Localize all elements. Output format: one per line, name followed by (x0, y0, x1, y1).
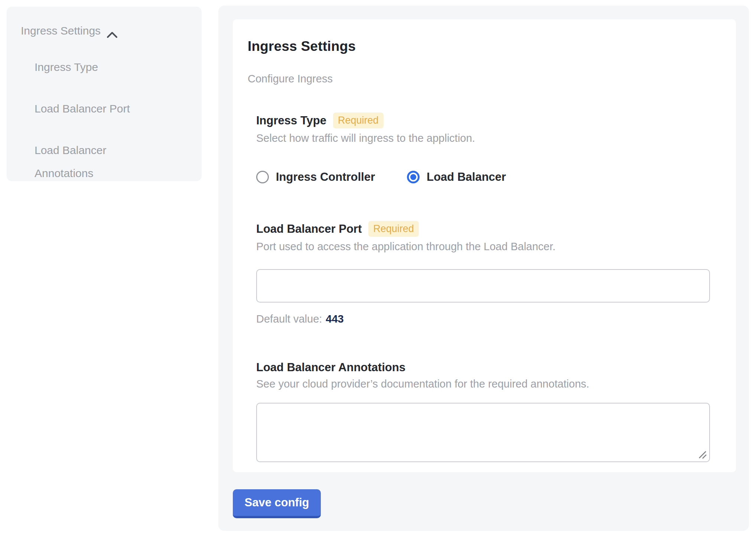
ingress-type-description: Select how traffic will ingress to the a… (256, 132, 721, 144)
default-value-row: Default value: 443 (256, 313, 721, 325)
load-balancer-annotations-section: Load Balancer Annotations See your cloud… (256, 361, 721, 462)
save-config-button[interactable]: Save config (233, 489, 321, 518)
load-balancer-annotations-textarea[interactable] (256, 403, 710, 462)
default-value-number: 443 (326, 313, 343, 325)
load-balancer-port-label: Load Balancer Port (256, 222, 362, 236)
radio-option-load-balancer[interactable]: Load Balancer (407, 170, 506, 184)
required-badge: Required (368, 221, 419, 237)
sidebar-item-list: Ingress Type Load Balancer Port Load Bal… (35, 56, 190, 185)
ingress-type-label: Ingress Type (256, 114, 326, 127)
settings-sidebar: Ingress Settings Ingress Type Load Balan… (7, 7, 202, 181)
ingress-settings-card: Ingress Settings Configure Ingress Ingre… (233, 19, 736, 472)
required-badge: Required (333, 112, 384, 128)
annotations-textarea-wrap (256, 403, 710, 462)
default-value-label: Default value: (256, 313, 322, 325)
load-balancer-port-description: Port used to access the application thro… (256, 241, 721, 253)
radio-unselected-icon[interactable] (256, 171, 269, 183)
radio-label-ingress-controller: Ingress Controller (276, 170, 375, 184)
radio-label-load-balancer: Load Balancer (427, 170, 506, 184)
form-sections: Ingress Type Required Select how traffic… (256, 112, 721, 462)
chevron-up-icon (107, 28, 118, 35)
sidebar-item-load-balancer-port[interactable]: Load Balancer Port (35, 97, 146, 120)
load-balancer-annotations-label: Load Balancer Annotations (256, 361, 405, 374)
load-balancer-port-section: Load Balancer Port Required Port used to… (256, 221, 721, 325)
load-balancer-annotations-description: See your cloud provider’s documentation … (256, 378, 721, 390)
ingress-type-radio-group: Ingress Controller Load Balancer (256, 170, 721, 184)
sidebar-section-label: Ingress Settings (21, 24, 101, 37)
main-panel: Ingress Settings Configure Ingress Ingre… (218, 6, 749, 531)
page-title: Ingress Settings (248, 39, 721, 54)
sidebar-item-ingress-type[interactable]: Ingress Type (35, 56, 146, 79)
page-subtitle: Configure Ingress (248, 73, 721, 85)
sidebar-section-ingress-settings[interactable]: Ingress Settings (21, 24, 190, 37)
radio-option-ingress-controller[interactable]: Ingress Controller (256, 170, 375, 184)
radio-selected-icon[interactable] (407, 171, 420, 183)
sidebar-item-load-balancer-annotations[interactable]: Load Balancer Annotations (35, 139, 146, 185)
load-balancer-port-input[interactable] (256, 269, 710, 303)
ingress-type-section: Ingress Type Required Select how traffic… (256, 112, 721, 184)
